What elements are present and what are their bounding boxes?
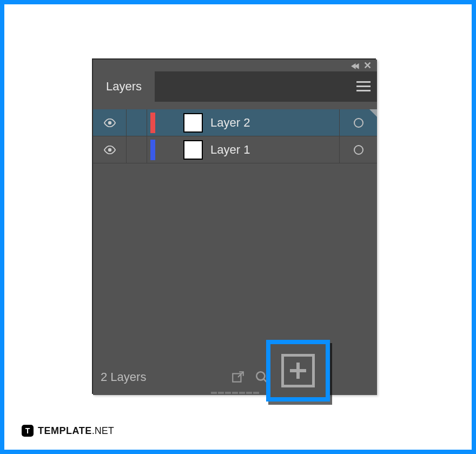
expand-toggle[interactable] <box>155 109 180 136</box>
svg-point-6 <box>256 372 265 380</box>
target-icon <box>354 145 363 155</box>
visibility-toggle[interactable] <box>93 109 127 136</box>
target-cell[interactable] <box>339 136 377 163</box>
lock-cell[interactable] <box>127 136 147 163</box>
expand-toggle[interactable] <box>155 136 180 163</box>
layer-row[interactable]: Layer 1 <box>93 136 377 163</box>
watermark-bold: TEMPLATE <box>38 425 92 436</box>
new-layer-highlight <box>266 340 330 402</box>
layers-list: Layer 2 Layer 1 <box>93 102 377 163</box>
hamburger-icon <box>356 81 371 92</box>
layer-count-label: 2 Layers <box>101 370 146 384</box>
layer-name-label[interactable]: Layer 1 <box>210 143 339 157</box>
target-icon <box>354 118 363 128</box>
layer-color-chip[interactable] <box>150 113 155 133</box>
target-cell[interactable] <box>339 109 377 136</box>
new-layer-button[interactable] <box>281 354 315 387</box>
layer-color-chip[interactable] <box>150 140 155 160</box>
lock-cell[interactable] <box>127 109 147 136</box>
panel-footer: 2 Layers L <box>93 365 377 390</box>
popout-icon <box>231 370 245 384</box>
eye-icon <box>104 146 116 154</box>
close-icon[interactable]: ✕ <box>363 60 372 71</box>
layer-thumbnail[interactable] <box>183 113 203 133</box>
svg-rect-2 <box>356 90 371 91</box>
watermark-logo-icon: T <box>22 425 34 437</box>
layer-name-label[interactable]: Layer 2 <box>210 116 339 130</box>
eye-icon <box>104 119 116 127</box>
tab-layers[interactable]: Layers <box>93 71 155 102</box>
plus-icon <box>290 363 306 379</box>
svg-rect-0 <box>356 81 371 83</box>
svg-point-3 <box>108 121 111 124</box>
svg-point-4 <box>108 148 111 151</box>
resize-handle[interactable] <box>211 391 260 395</box>
visibility-toggle[interactable] <box>93 136 127 163</box>
watermark-thin: .NET <box>92 425 114 436</box>
panel-topstrip: ◀◀ ✕ <box>93 60 377 71</box>
panel-menu-button[interactable] <box>350 71 377 102</box>
svg-rect-1 <box>356 85 371 87</box>
watermark: T TEMPLATE.NET <box>22 425 114 437</box>
popout-button[interactable] <box>226 366 250 388</box>
layer-row[interactable]: Layer 2 <box>93 109 377 136</box>
tab-row: Layers <box>93 71 377 102</box>
layer-thumbnail[interactable] <box>183 140 203 160</box>
layers-panel: ◀◀ ✕ Layers Layer 2 <box>93 60 377 395</box>
collapse-arrows-icon[interactable]: ◀◀ <box>351 61 357 70</box>
tab-label: Layers <box>106 80 142 94</box>
